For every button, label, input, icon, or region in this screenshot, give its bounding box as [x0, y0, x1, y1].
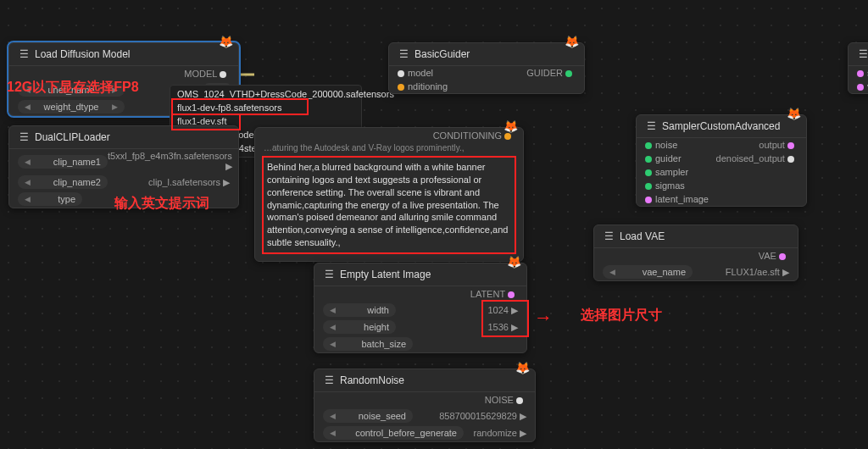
value-clip-name2: clip_l.safetensors ▶: [148, 177, 230, 188]
param-width[interactable]: ◀width: [323, 303, 396, 317]
annotation-size: 选择图片尺寸: [581, 307, 662, 324]
in-sampler[interactable]: sampler: [655, 167, 688, 177]
param-clip-name1[interactable]: ◀clip_name1: [18, 155, 108, 169]
in-latent-image[interactable]: latent_image: [655, 194, 709, 204]
out-denoised[interactable]: denoised_output: [716, 153, 798, 164]
hamburger-icon[interactable]: [398, 48, 409, 60]
node-title: DualCLIPLoader: [35, 131, 110, 143]
out-output[interactable]: output: [759, 140, 798, 150]
node-sampler-custom-advanced[interactable]: 🦊 SamplerCustomAdvanced noiseoutput guid…: [636, 114, 807, 207]
annotation-prompt: 输入英文提示词: [114, 195, 209, 213]
in-sigmas[interactable]: sigmas: [655, 180, 685, 191]
param-height[interactable]: ◀height: [323, 320, 396, 334]
node-title: SamplerCustomAdvanced: [662, 120, 780, 132]
fox-icon: 🦊: [565, 35, 579, 48]
prompt-fragment-top: …aturing the Autodesk and V-Ray logos pr…: [255, 143, 523, 156]
value-control-before-generate[interactable]: randomize ▶: [474, 428, 526, 439]
param-control-before-generate[interactable]: ◀control_before_generate: [323, 426, 464, 440]
fox-icon: 🦊: [515, 361, 530, 374]
in-guider[interactable]: guider: [655, 153, 682, 164]
value-vae-name[interactable]: FLUX1/ae.sft ▶: [726, 267, 789, 278]
node-title: Load VAE: [620, 230, 665, 242]
node-conditioning[interactable]: 🦊 CONDITIONING …aturing the Autodesk and…: [254, 127, 524, 262]
node-title: BasicGuider: [415, 48, 470, 60]
out-conditioning[interactable]: CONDITIONING: [433, 130, 515, 141]
highlight-size-values: [481, 300, 529, 337]
annotation-fp8: 12G以下显存选择FP8: [7, 79, 139, 97]
out-model[interactable]: MODEL: [184, 69, 230, 79]
param-weight-dtype[interactable]: ◀weight_dtype▶: [18, 100, 125, 114]
value-noise-seed[interactable]: 858700015629829 ▶: [439, 411, 526, 422]
in-conditioning[interactable]: nditioning: [408, 81, 448, 91]
out-noise[interactable]: NOISE: [485, 395, 526, 405]
node-title: Load Diffusion Model: [35, 48, 131, 60]
out-vae[interactable]: VAE: [759, 251, 789, 261]
param-batch-size[interactable]: ◀batch_size: [323, 337, 413, 351]
fox-icon: 🦊: [504, 119, 518, 133]
node-basic-guider[interactable]: 🦊 BasicGuider modelGUIDER nditioning: [388, 42, 585, 94]
node-load-vae[interactable]: Load VAE VAE ◀vae_nameFLUX1/ae.sft ▶: [593, 224, 798, 281]
fox-icon: 🦊: [507, 255, 521, 269]
node-title: RandomNoise: [340, 374, 404, 386]
hamburger-icon[interactable]: [18, 131, 30, 143]
hamburger-icon[interactable]: [323, 374, 335, 386]
node-title: Empty Latent Image: [340, 269, 431, 280]
node-vae-decode-partial[interactable]: VA samp vae: [848, 42, 868, 94]
hamburger-icon[interactable]: [323, 269, 335, 280]
in-model[interactable]: model: [408, 68, 433, 78]
fox-icon: 🦊: [787, 107, 801, 120]
hamburger-icon[interactable]: [603, 230, 615, 242]
value-clip-name1: t5xxl_fp8_e4m3fn.safetensors ▶: [108, 151, 232, 172]
hamburger-icon[interactable]: [857, 48, 868, 60]
highlight-sft-option: [171, 114, 241, 130]
fox-icon: 🦊: [219, 35, 233, 48]
hamburger-icon[interactable]: [645, 120, 657, 132]
out-guider[interactable]: GUIDER: [526, 68, 576, 78]
param-vae-name[interactable]: ◀vae_name: [603, 265, 693, 279]
highlight-fp8-option: [171, 98, 309, 115]
prompt-text[interactable]: Behind her,a blurred background with a w…: [262, 156, 516, 254]
out-latent[interactable]: LATENT: [470, 289, 518, 299]
hamburger-icon[interactable]: [18, 48, 30, 60]
node-random-noise[interactable]: 🦊 RandomNoise NOISE ◀noise_seed858700015…: [314, 369, 536, 442]
param-noise-seed[interactable]: ◀noise_seed: [323, 409, 413, 423]
in-noise[interactable]: noise: [655, 140, 677, 150]
param-type[interactable]: ◀type: [18, 192, 82, 206]
param-clip-name2[interactable]: ◀clip_name2: [18, 175, 108, 189]
arrow-icon: →: [534, 307, 553, 329]
